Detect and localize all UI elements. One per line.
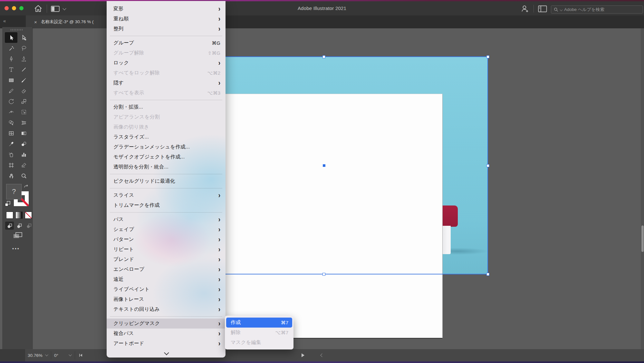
- vertical-scrollbar-thumb[interactable]: [641, 225, 644, 252]
- menu-item[interactable]: 分割・拡張...: [107, 102, 226, 112]
- eraser-tool[interactable]: [17, 85, 30, 96]
- rotation-dropdown[interactable]: 0°: [54, 349, 72, 361]
- rectangle-tool[interactable]: [5, 75, 17, 85]
- perspective-grid-tool[interactable]: [17, 117, 30, 128]
- mesh-tool[interactable]: [5, 128, 17, 139]
- lasso-tool[interactable]: [17, 43, 30, 53]
- shape-builder-tool[interactable]: [5, 117, 17, 128]
- direct-selection-tool[interactable]: [17, 32, 30, 43]
- menu-item[interactable]: グループ⌘G: [107, 38, 226, 48]
- menu-item[interactable]: スライス›: [107, 190, 226, 200]
- menu-item[interactable]: 隠す›: [107, 78, 226, 88]
- gradient-icon: [21, 130, 27, 137]
- selection-handle-top[interactable]: [322, 55, 325, 58]
- menu-item[interactable]: 整列›: [107, 24, 226, 34]
- column-graph-tool[interactable]: [17, 149, 30, 160]
- fill-color-well[interactable]: ?: [6, 184, 22, 199]
- menu-item[interactable]: トリムマークを作成: [107, 200, 226, 210]
- submenu-arrow-icon: ›: [218, 246, 220, 253]
- menu-item[interactable]: パターン›: [107, 234, 226, 244]
- menu-item[interactable]: パス›: [107, 215, 226, 224]
- selection-handle-bottom-right[interactable]: [486, 273, 489, 276]
- menu-item[interactable]: ピクセルグリッドに最適化: [107, 176, 226, 186]
- draw-inside-mode[interactable]: [24, 222, 33, 230]
- menu-item[interactable]: ブレンド›: [107, 254, 226, 264]
- menu-item[interactable]: 画像トレース›: [107, 294, 226, 304]
- collapse-panels-glyph[interactable]: «: [3, 18, 6, 24]
- menu-item[interactable]: グラデーションメッシュを作成...: [107, 142, 226, 152]
- menu-item[interactable]: ラスタライズ...: [107, 132, 226, 142]
- type-tool[interactable]: [5, 64, 17, 75]
- rotate-tool[interactable]: [5, 96, 17, 107]
- menu-item[interactable]: モザイクオブジェクトを作成...: [107, 152, 226, 162]
- none-button[interactable]: [25, 212, 32, 219]
- gradient-tool[interactable]: [17, 128, 30, 139]
- menu-item[interactable]: グループ解除⇧⌘G: [107, 48, 226, 58]
- menu-item[interactable]: すべてを表示⌥⌘3: [107, 88, 226, 98]
- selection-center-point[interactable]: [323, 164, 325, 167]
- menu-item[interactable]: エンベロープ›: [107, 264, 226, 274]
- paintbrush-tool[interactable]: [17, 75, 30, 85]
- lasso-icon: [21, 45, 27, 52]
- slice-tool[interactable]: [17, 160, 30, 170]
- menu-item[interactable]: すべてをロック解除⌥⌘2: [107, 68, 226, 78]
- selection-handle-top-right[interactable]: [486, 55, 489, 58]
- menu-item[interactable]: アピアランスを分割: [107, 112, 226, 122]
- magic-wand-tool[interactable]: [5, 43, 17, 53]
- menu-item[interactable]: 重ね順›: [107, 14, 226, 24]
- line-segment-tool[interactable]: [17, 64, 30, 75]
- draw-normal-mode[interactable]: [5, 222, 14, 230]
- menu-item[interactable]: アートボード›: [107, 339, 226, 349]
- close-tab-icon[interactable]: ×: [34, 19, 37, 25]
- gradient-button[interactable]: [15, 212, 23, 219]
- search-scope-chevron-icon[interactable]: [560, 8, 562, 11]
- menu-item[interactable]: リピート›: [107, 244, 226, 254]
- submenu-arrow-icon: ›: [218, 15, 220, 23]
- submenu-item[interactable]: マスクを編集: [226, 338, 292, 348]
- symbol-sprayer-tool[interactable]: [5, 149, 17, 160]
- free-transform-tool[interactable]: [17, 107, 30, 117]
- menu-item[interactable]: 遠近›: [107, 274, 226, 284]
- swap-fill-stroke-icon[interactable]: [24, 184, 29, 189]
- vertical-scrollbar[interactable]: [641, 28, 644, 349]
- pen-tool[interactable]: [5, 53, 17, 64]
- scale-tool[interactable]: [17, 96, 30, 107]
- menu-item[interactable]: クリッピングマスク›: [107, 319, 226, 329]
- menu-item[interactable]: シェイプ›: [107, 224, 226, 234]
- width-tool[interactable]: [5, 107, 17, 117]
- edit-toolbar-dots[interactable]: •••: [12, 246, 20, 251]
- blend-tool[interactable]: [17, 139, 30, 149]
- selection-handle-right[interactable]: [486, 164, 489, 167]
- menu-item[interactable]: 複合パス›: [107, 329, 226, 339]
- zoom-level-dropdown[interactable]: 30.76%: [28, 349, 48, 361]
- eyedropper-tool[interactable]: [5, 139, 17, 149]
- change-screen-mode-icon[interactable]: [13, 232, 23, 240]
- menu-item[interactable]: ロック›: [107, 58, 226, 68]
- panel-grip[interactable]: [11, 29, 24, 31]
- first-artboard-icon[interactable]: [79, 353, 83, 358]
- menu-item[interactable]: 透明部分を分割・統合...: [107, 162, 226, 172]
- default-fill-stroke-icon[interactable]: [5, 201, 11, 207]
- help-search-field[interactable]: Adobe ヘルプを検索: [551, 5, 643, 14]
- submenu-item[interactable]: 作成⌘7: [226, 318, 292, 328]
- submenu-item[interactable]: 解除⌥⌘7: [226, 328, 292, 338]
- zoom-tool[interactable]: [17, 170, 30, 181]
- menu-item[interactable]: ライブペイント›: [107, 284, 226, 294]
- curvature-tool[interactable]: [17, 53, 30, 64]
- menu-item[interactable]: テキストの回り込み›: [107, 304, 226, 314]
- share-invite-icon[interactable]: [521, 5, 529, 13]
- color-button[interactable]: [6, 212, 13, 219]
- menu-item[interactable]: 変形›: [107, 4, 226, 14]
- menu-item[interactable]: 画像の切り抜き: [107, 122, 226, 132]
- draw-behind-mode[interactable]: [15, 222, 24, 230]
- selection-handle-bottom[interactable]: [322, 273, 325, 276]
- selection-tool[interactable]: [5, 32, 17, 43]
- panel-toggle-icon[interactable]: [538, 5, 547, 12]
- menu-scroll-more[interactable]: [107, 349, 226, 358]
- artboard-tool[interactable]: [5, 160, 17, 170]
- hand-tool[interactable]: [5, 170, 17, 181]
- next-artboard-icon[interactable]: [302, 353, 304, 357]
- chevron-left-icon[interactable]: [320, 353, 324, 357]
- shaper-tool[interactable]: [5, 85, 17, 96]
- menu-item-label: アートボード: [113, 340, 144, 347]
